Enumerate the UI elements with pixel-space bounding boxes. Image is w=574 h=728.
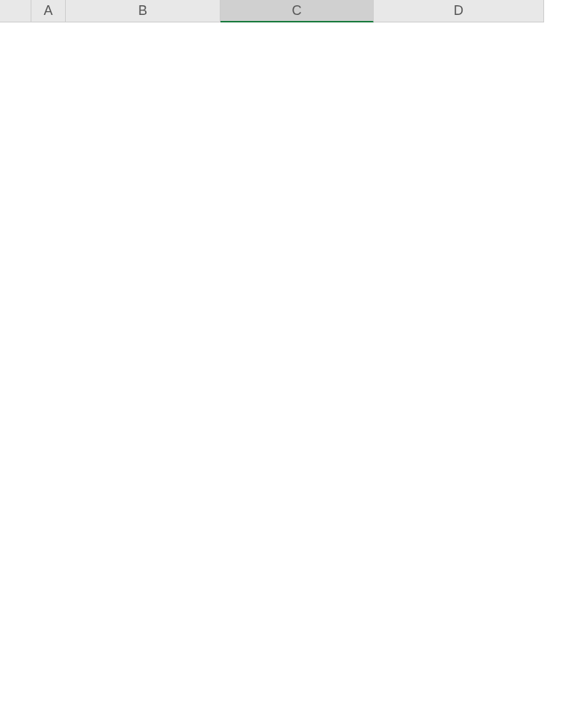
- select-all-corner[interactable]: [0, 0, 31, 22]
- spreadsheet: A B C D 1 2 3 4 5 6 7 8 9 10 11 12 13 14…: [0, 0, 574, 22]
- column-headers: A B C D: [0, 0, 574, 22]
- col-header-A[interactable]: A: [31, 0, 66, 22]
- col-header-D[interactable]: D: [374, 0, 544, 22]
- col-header-C[interactable]: C: [220, 0, 374, 22]
- col-header-B[interactable]: B: [66, 0, 220, 22]
